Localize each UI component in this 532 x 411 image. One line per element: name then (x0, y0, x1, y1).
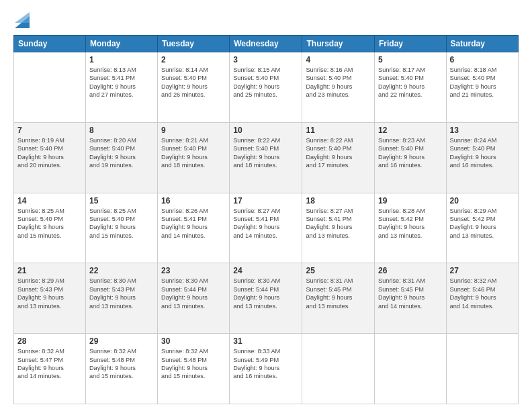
calendar-cell: 26Sunrise: 8:31 AM Sunset: 5:45 PM Dayli… (375, 263, 447, 334)
header (13, 12, 519, 28)
day-number: 28 (17, 336, 82, 346)
calendar-week-row: 1Sunrise: 8:13 AM Sunset: 5:41 PM Daylig… (14, 52, 519, 123)
day-number: 25 (306, 266, 371, 275)
day-number: 30 (161, 336, 226, 346)
day-number: 20 (450, 196, 515, 205)
day-info: Sunrise: 8:21 AM Sunset: 5:40 PM Dayligh… (161, 136, 226, 170)
day-info: Sunrise: 8:27 AM Sunset: 5:41 PM Dayligh… (233, 207, 298, 240)
day-number: 11 (306, 126, 371, 135)
day-number: 4 (306, 55, 371, 64)
calendar-cell: 18Sunrise: 8:27 AM Sunset: 5:41 PM Dayli… (302, 193, 375, 263)
calendar-week-row: 14Sunrise: 8:25 AM Sunset: 5:40 PM Dayli… (14, 193, 519, 263)
day-number: 17 (233, 196, 298, 205)
day-number: 15 (89, 196, 154, 205)
day-number: 7 (17, 126, 82, 135)
day-info: Sunrise: 8:22 AM Sunset: 5:40 PM Dayligh… (233, 136, 298, 170)
day-number: 10 (233, 126, 298, 135)
day-number: 29 (89, 336, 154, 346)
day-number: 12 (378, 126, 443, 135)
day-info: Sunrise: 8:17 AM Sunset: 5:40 PM Dayligh… (378, 66, 443, 99)
calendar: SundayMondayTuesdayWednesdayThursdayFrid… (13, 35, 519, 404)
day-info: Sunrise: 8:33 AM Sunset: 5:49 PM Dayligh… (233, 347, 298, 381)
calendar-cell: 9Sunrise: 8:21 AM Sunset: 5:40 PM Daylig… (158, 122, 230, 193)
calendar-cell: 28Sunrise: 8:32 AM Sunset: 5:47 PM Dayli… (14, 334, 86, 404)
day-info: Sunrise: 8:25 AM Sunset: 5:40 PM Dayligh… (89, 207, 154, 240)
day-number: 23 (161, 266, 226, 275)
day-number: 5 (378, 55, 443, 64)
calendar-cell: 30Sunrise: 8:32 AM Sunset: 5:48 PM Dayli… (158, 334, 230, 404)
calendar-cell: 2Sunrise: 8:14 AM Sunset: 5:40 PM Daylig… (158, 52, 230, 123)
column-header-sunday: Sunday (14, 36, 86, 52)
day-number: 18 (306, 196, 371, 205)
day-info: Sunrise: 8:24 AM Sunset: 5:40 PM Dayligh… (450, 136, 515, 170)
column-header-wednesday: Wednesday (230, 36, 302, 52)
day-number: 21 (17, 266, 82, 275)
calendar-cell: 24Sunrise: 8:30 AM Sunset: 5:44 PM Dayli… (230, 263, 302, 334)
column-header-monday: Monday (85, 36, 157, 52)
day-info: Sunrise: 8:30 AM Sunset: 5:44 PM Dayligh… (233, 277, 298, 310)
calendar-cell: 5Sunrise: 8:17 AM Sunset: 5:40 PM Daylig… (375, 52, 447, 123)
column-header-tuesday: Tuesday (158, 36, 230, 52)
day-number: 2 (161, 55, 226, 64)
day-number: 16 (161, 196, 226, 205)
column-header-friday: Friday (375, 36, 447, 52)
day-info: Sunrise: 8:28 AM Sunset: 5:42 PM Dayligh… (378, 207, 443, 240)
logo (13, 12, 30, 28)
calendar-cell (302, 334, 375, 404)
day-info: Sunrise: 8:29 AM Sunset: 5:42 PM Dayligh… (450, 207, 515, 240)
column-header-saturday: Saturday (446, 36, 518, 52)
calendar-cell: 10Sunrise: 8:22 AM Sunset: 5:40 PM Dayli… (230, 122, 302, 193)
day-info: Sunrise: 8:14 AM Sunset: 5:40 PM Dayligh… (161, 66, 226, 99)
day-info: Sunrise: 8:25 AM Sunset: 5:40 PM Dayligh… (17, 207, 82, 240)
calendar-cell: 20Sunrise: 8:29 AM Sunset: 5:42 PM Dayli… (446, 193, 518, 263)
calendar-cell: 6Sunrise: 8:18 AM Sunset: 5:40 PM Daylig… (446, 52, 518, 123)
day-info: Sunrise: 8:31 AM Sunset: 5:45 PM Dayligh… (306, 277, 371, 310)
calendar-week-row: 28Sunrise: 8:32 AM Sunset: 5:47 PM Dayli… (14, 334, 519, 404)
day-info: Sunrise: 8:18 AM Sunset: 5:40 PM Dayligh… (450, 66, 515, 99)
day-number: 13 (450, 126, 515, 135)
calendar-cell: 8Sunrise: 8:20 AM Sunset: 5:40 PM Daylig… (85, 122, 157, 193)
day-number: 24 (233, 266, 298, 275)
day-info: Sunrise: 8:23 AM Sunset: 5:40 PM Dayligh… (378, 136, 443, 170)
day-number: 22 (89, 266, 154, 275)
day-info: Sunrise: 8:16 AM Sunset: 5:40 PM Dayligh… (306, 66, 371, 99)
calendar-cell: 19Sunrise: 8:28 AM Sunset: 5:42 PM Dayli… (375, 193, 447, 263)
calendar-cell: 22Sunrise: 8:30 AM Sunset: 5:43 PM Dayli… (85, 263, 157, 334)
day-info: Sunrise: 8:31 AM Sunset: 5:45 PM Dayligh… (378, 277, 443, 310)
day-info: Sunrise: 8:32 AM Sunset: 5:48 PM Dayligh… (89, 347, 154, 381)
calendar-cell: 21Sunrise: 8:29 AM Sunset: 5:43 PM Dayli… (14, 263, 86, 334)
calendar-cell: 23Sunrise: 8:30 AM Sunset: 5:44 PM Dayli… (158, 263, 230, 334)
calendar-cell (446, 334, 518, 404)
calendar-cell: 12Sunrise: 8:23 AM Sunset: 5:40 PM Dayli… (375, 122, 447, 193)
day-info: Sunrise: 8:32 AM Sunset: 5:46 PM Dayligh… (450, 277, 515, 310)
day-number: 3 (233, 55, 298, 64)
day-info: Sunrise: 8:22 AM Sunset: 5:40 PM Dayligh… (306, 136, 371, 170)
day-number: 19 (378, 196, 443, 205)
day-number: 31 (233, 336, 298, 346)
calendar-cell: 3Sunrise: 8:15 AM Sunset: 5:40 PM Daylig… (230, 52, 302, 123)
calendar-cell: 4Sunrise: 8:16 AM Sunset: 5:40 PM Daylig… (302, 52, 375, 123)
calendar-cell: 1Sunrise: 8:13 AM Sunset: 5:41 PM Daylig… (85, 52, 157, 123)
day-info: Sunrise: 8:20 AM Sunset: 5:40 PM Dayligh… (89, 136, 154, 170)
calendar-cell (14, 52, 86, 123)
day-number: 6 (450, 55, 515, 64)
day-number: 8 (89, 126, 154, 135)
day-info: Sunrise: 8:13 AM Sunset: 5:41 PM Dayligh… (89, 66, 154, 99)
calendar-cell: 25Sunrise: 8:31 AM Sunset: 5:45 PM Dayli… (302, 263, 375, 334)
svg-marker-1 (15, 12, 30, 23)
calendar-cell: 31Sunrise: 8:33 AM Sunset: 5:49 PM Dayli… (230, 334, 302, 404)
calendar-cell: 29Sunrise: 8:32 AM Sunset: 5:48 PM Dayli… (85, 334, 157, 404)
day-info: Sunrise: 8:26 AM Sunset: 5:41 PM Dayligh… (161, 207, 226, 240)
calendar-cell (375, 334, 447, 404)
day-number: 14 (17, 196, 82, 205)
calendar-cell: 13Sunrise: 8:24 AM Sunset: 5:40 PM Dayli… (446, 122, 518, 193)
calendar-header-row: SundayMondayTuesdayWednesdayThursdayFrid… (14, 36, 519, 52)
column-header-thursday: Thursday (302, 36, 375, 52)
day-info: Sunrise: 8:32 AM Sunset: 5:48 PM Dayligh… (161, 347, 226, 381)
calendar-cell: 27Sunrise: 8:32 AM Sunset: 5:46 PM Dayli… (446, 263, 518, 334)
day-info: Sunrise: 8:30 AM Sunset: 5:44 PM Dayligh… (161, 277, 226, 310)
day-info: Sunrise: 8:29 AM Sunset: 5:43 PM Dayligh… (17, 277, 82, 310)
day-number: 1 (89, 55, 154, 64)
day-info: Sunrise: 8:27 AM Sunset: 5:41 PM Dayligh… (306, 207, 371, 240)
calendar-cell: 15Sunrise: 8:25 AM Sunset: 5:40 PM Dayli… (85, 193, 157, 263)
